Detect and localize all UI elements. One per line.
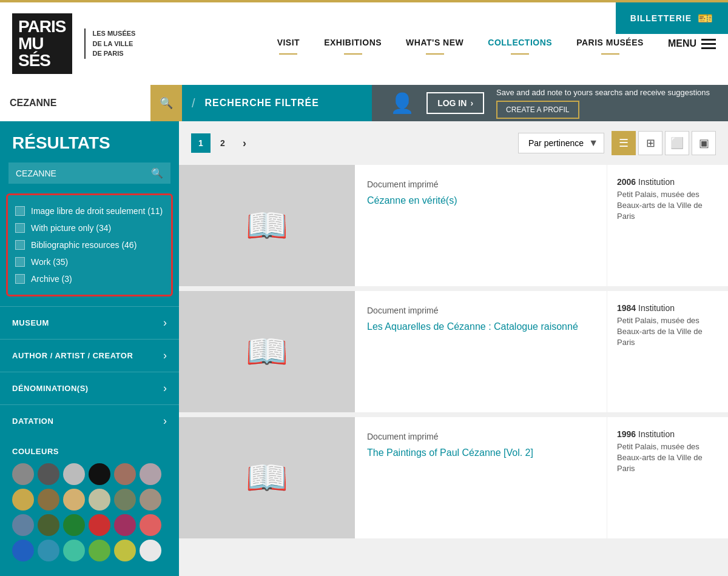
menu-button[interactable]: MENU — [668, 38, 716, 49]
result-title-1[interactable]: Les Aquarelles de Cézanne : Catalogue ra… — [367, 321, 595, 332]
color-swatch-5[interactable] — [140, 463, 161, 485]
color-swatch-16[interactable] — [114, 514, 136, 536]
page-button-1[interactable]: 1 — [191, 133, 211, 153]
search-input[interactable] — [0, 98, 150, 109]
view-list-button[interactable]: ☰ — [612, 131, 636, 155]
nav-item-paris-musees[interactable]: PARIS MUSÉES — [576, 38, 644, 50]
arrow-right-icon: › — [470, 98, 473, 108]
color-swatch-14[interactable] — [63, 514, 85, 536]
chevron-right-icon: › — [163, 316, 167, 329]
filter-item-3[interactable]: Work (35) — [15, 253, 164, 270]
compact-icon: ▣ — [699, 136, 709, 150]
color-swatch-3[interactable] — [89, 463, 110, 485]
recherche-label: RECHERCHE FILTRÉE — [205, 98, 319, 109]
color-swatch-1[interactable] — [38, 463, 59, 485]
result-item-1[interactable]: 📖 Document imprimé Les Aquarelles de Céz… — [179, 291, 728, 412]
user-icon: 👤 — [390, 92, 414, 115]
view-buttons: ☰ ⊞ ⬜ ▣ — [612, 131, 716, 155]
filter-label-3: Work (35) — [31, 257, 68, 267]
view-compact-button[interactable]: ▣ — [692, 131, 716, 155]
result-type-1: Document imprimé — [367, 306, 595, 315]
sidebar-section-author[interactable]: AUTHOR / ARTIST / CREATOR › — [0, 339, 179, 372]
main-nav: VISIT EXHIBITIONS WHAT'S NEW COLLECTIONS… — [277, 38, 716, 50]
login-button[interactable]: LOG IN › — [426, 92, 484, 114]
logo-line2: MU — [18, 35, 66, 52]
color-swatch-18[interactable] — [12, 540, 34, 561]
billetterie-label: BILLETTERIE — [630, 13, 692, 23]
result-info-0: Document imprimé Cézanne en vérité(s) — [355, 165, 607, 286]
color-swatch-9[interactable] — [89, 489, 110, 511]
search-bar: 🔍 / RECHERCHE FILTRÉE 👤 LOG IN › Save an… — [0, 85, 728, 121]
color-swatch-12[interactable] — [12, 514, 34, 536]
color-swatch-20[interactable] — [63, 540, 85, 561]
billetterie-button[interactable]: BILLETTERIE 🎫 — [616, 2, 728, 34]
color-swatch-6[interactable] — [12, 489, 34, 511]
next-page-button[interactable]: › — [235, 133, 254, 153]
sidebar-section-datation[interactable]: DATATION › — [0, 404, 179, 437]
sidebar-section-museum[interactable]: MUSEUM › — [0, 306, 179, 339]
view-grid-button[interactable]: ⊞ — [638, 131, 662, 155]
result-info-2: Document imprimé The Paintings of Paul C… — [355, 417, 607, 538]
sort-area: Par pertinence Par date Par titre ▼ ☰ ⊞ … — [518, 131, 716, 155]
result-thumbnail-2: 📖 — [179, 417, 355, 538]
search-button[interactable]: 🔍 — [150, 85, 182, 121]
color-swatch-10[interactable] — [114, 489, 136, 511]
color-swatch-8[interactable] — [63, 489, 85, 511]
sidebar-search-icon[interactable]: 🔍 — [151, 167, 163, 179]
nav-item-visit[interactable]: VISIT — [277, 38, 300, 50]
view-large-button[interactable]: ⬜ — [665, 131, 689, 155]
logo-subtitle: LES MUSÉES DE LA VILLE DE PARIS — [84, 28, 136, 59]
auth-area: 👤 LOG IN › Save and add note to yours se… — [372, 85, 728, 121]
sidebar-section-denomination[interactable]: DÉNOMINATION(S) › — [0, 372, 179, 404]
color-swatch-17[interactable] — [140, 514, 161, 536]
filter-item-2[interactable]: Bibliographic resources (46) — [15, 236, 164, 253]
result-year-2: 1996 Institution — [617, 429, 718, 439]
color-swatch-19[interactable] — [38, 540, 59, 561]
sort-select[interactable]: Par pertinence Par date Par titre — [518, 133, 604, 153]
result-meta-2: 1996 Institution Petit Palais, musée des… — [607, 417, 728, 538]
color-swatch-0[interactable] — [12, 463, 34, 485]
result-year-0: 2006 Institution — [617, 177, 718, 187]
color-swatch-7[interactable] — [38, 489, 59, 511]
filter-checkbox-4[interactable] — [15, 274, 25, 284]
filter-checkbox-3[interactable] — [15, 257, 25, 267]
result-institution-2: Petit Palais, musée des Beaux-arts de la… — [617, 441, 718, 475]
nav-item-collections[interactable]: COLLECTIONS — [488, 38, 552, 50]
filter-checkbox-1[interactable] — [15, 223, 25, 233]
result-item-2[interactable]: 📖 Document imprimé The Paintings of Paul… — [179, 417, 728, 538]
color-swatch-11[interactable] — [140, 489, 161, 511]
site-logo[interactable]: PARIS MU SÉS — [12, 13, 72, 74]
result-item-0[interactable]: 📖 Document imprimé Cézanne en vérité(s) … — [179, 165, 728, 286]
color-swatch-15[interactable] — [89, 514, 110, 536]
color-swatch-4[interactable] — [114, 463, 136, 485]
filter-label-2: Bibliographic resources (46) — [31, 240, 136, 250]
filter-checkbox-2[interactable] — [15, 240, 25, 250]
large-icon: ⬜ — [670, 136, 684, 150]
list-icon: ☰ — [619, 136, 629, 150]
color-swatch-13[interactable] — [38, 514, 59, 536]
result-title-2[interactable]: The Paintings of Paul Cézanne [Vol. 2] — [367, 447, 595, 458]
result-type-2: Document imprimé — [367, 432, 595, 441]
filter-item-0[interactable]: Image libre de droit seulement (11) — [15, 203, 164, 219]
logo-area: PARIS MU SÉS LES MUSÉES DE LA VILLE DE P… — [12, 13, 135, 74]
sidebar-search-area: 🔍 — [8, 162, 170, 184]
color-swatch-22[interactable] — [114, 540, 136, 561]
save-notice-area: Save and add note to yours searchs and r… — [496, 88, 710, 119]
grid-icon: ⊞ — [646, 136, 655, 150]
sidebar-search-input[interactable] — [16, 169, 151, 178]
filter-item-1[interactable]: With picture only (34) — [15, 219, 164, 236]
nav-item-exhibitions[interactable]: EXHIBITIONS — [324, 38, 382, 50]
result-year-1: 1984 Institution — [617, 303, 718, 313]
nav-item-whats-new[interactable]: WHAT'S NEW — [406, 38, 463, 50]
result-title-0[interactable]: Cézanne en vérité(s) — [367, 195, 595, 206]
create-profile-button[interactable]: CREATE A PROFIL — [496, 101, 579, 119]
filter-checkbox-0[interactable] — [15, 206, 25, 216]
results-header: 1 2 › Par pertinence Par date Par titre … — [179, 121, 728, 165]
result-institution-1: Petit Palais, musée des Beaux-arts de la… — [617, 315, 718, 349]
color-swatch-2[interactable] — [63, 463, 85, 485]
filter-item-4[interactable]: Archive (3) — [15, 270, 164, 287]
color-swatch-23[interactable] — [140, 540, 161, 561]
page-button-2[interactable]: 2 — [213, 133, 232, 153]
logo-line1: PARIS — [18, 18, 66, 35]
color-swatch-21[interactable] — [89, 540, 110, 561]
